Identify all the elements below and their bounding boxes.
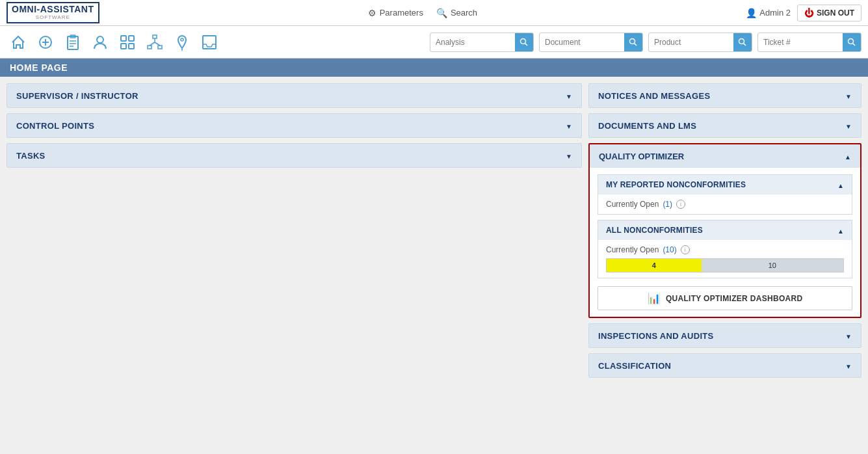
my-nonconformities-title: MY REPORTED NONCONFORMITIES (606, 180, 746, 189)
analysis-search-input[interactable] (430, 38, 515, 47)
documents-lms-panel: DOCUMENTS AND LMS (588, 113, 861, 138)
all-nonconformities-header[interactable]: ALL NONCONFORMITIES (598, 220, 852, 240)
progress-rest: 10 (702, 259, 843, 272)
svg-line-17 (150, 42, 155, 46)
clipboard-nav-button[interactable] (61, 31, 85, 54)
document-search-button[interactable] (624, 33, 642, 52)
my-nonconformities-header[interactable]: MY REPORTED NONCONFORMITIES (598, 175, 852, 194)
svg-point-28 (848, 38, 854, 44)
documents-lms-panel-header[interactable]: DOCUMENTS AND LMS (589, 114, 861, 137)
right-column: NOTICES AND MESSAGES DOCUMENTS AND LMS Q… (588, 83, 861, 445)
calendar-nav-button[interactable] (116, 31, 139, 54)
svg-rect-11 (121, 44, 126, 49)
my-open-info-icon[interactable]: i (676, 200, 685, 209)
main-content: SUPERVISOR / INSTRUCTOR CONTROL POINTS T… (0, 77, 868, 451)
search-link[interactable]: 🔍 Search (436, 8, 477, 18)
all-nonconformities-open: Currently Open (10) i (606, 245, 844, 254)
notices-panel: NOTICES AND MESSAGES (588, 83, 861, 108)
admin-label: Admin 2 (759, 8, 791, 18)
svg-line-23 (525, 43, 528, 46)
dashboard-chart-icon: 📊 (648, 292, 661, 304)
classification-panel-title: CLASSIFICATION (598, 361, 671, 371)
progress-total: 10 (769, 261, 776, 269)
document-search-input[interactable] (540, 38, 624, 47)
svg-rect-12 (129, 44, 134, 49)
gear-icon: ⚙ (368, 8, 376, 18)
product-search-wrap (648, 33, 752, 52)
all-open-info-icon[interactable]: i (681, 245, 690, 254)
notices-panel-title: NOTICES AND MESSAGES (598, 91, 710, 101)
control-points-panel: CONTROL POINTS (7, 113, 582, 138)
my-nonconformities-open: Currently Open (1) i (606, 200, 844, 209)
all-nonconformities-title: ALL NONCONFORMITIES (606, 226, 703, 235)
top-bar: OMNI-ASSISTANT SOFTWARE ⚙ Parameters 🔍 S… (0, 0, 868, 26)
analysis-search-button[interactable] (515, 33, 533, 52)
svg-line-18 (155, 42, 160, 46)
add-nav-button[interactable] (34, 31, 57, 54)
svg-rect-13 (153, 35, 157, 38)
tasks-chevron-icon (566, 150, 572, 161)
notices-chevron-icon (845, 90, 852, 101)
product-search-button[interactable] (733, 33, 752, 52)
logo-main: OMNI-ASSISTANT (12, 5, 94, 14)
control-points-panel-header[interactable]: CONTROL POINTS (7, 114, 581, 137)
inspections-panel-header[interactable]: INSPECTIONS AND AUDITS (589, 324, 861, 347)
quality-optimizer-body: MY REPORTED NONCONFORMITIES Currently Op… (590, 168, 860, 317)
svg-line-29 (853, 43, 856, 46)
person-nav-button[interactable] (88, 31, 112, 54)
my-open-count: (1) (663, 200, 672, 209)
ticket-search-wrap (757, 33, 861, 52)
all-open-count: (10) (663, 245, 676, 254)
ticket-search-input[interactable] (758, 38, 843, 47)
all-nonconformities-chevron-icon (837, 225, 844, 235)
all-open-label: Currently Open (606, 245, 659, 254)
parameters-link[interactable]: ⚙ Parameters (368, 8, 423, 18)
inbox-nav-button[interactable] (198, 31, 221, 54)
page-title: HOME PAGE (0, 59, 868, 77)
inspections-panel: INSPECTIONS AND AUDITS (588, 323, 861, 348)
svg-rect-9 (121, 36, 126, 41)
user-icon: 👤 (746, 8, 757, 18)
quality-optimizer-dashboard-button[interactable]: 📊 QUALITY OPTIMIZER DASHBOARD (598, 286, 852, 310)
logo: OMNI-ASSISTANT SOFTWARE (7, 2, 99, 23)
sign-out-button[interactable]: ⏻ SIGN OUT (797, 5, 861, 21)
ticket-search-button[interactable] (843, 33, 861, 52)
inspections-chevron-icon (845, 330, 852, 341)
quality-optimizer-panel: QUALITY OPTIMIZER MY REPORTED NONCONFORM… (588, 143, 861, 318)
svg-point-26 (739, 38, 744, 44)
supervisor-panel: SUPERVISOR / INSTRUCTOR (7, 83, 582, 108)
my-nonconformities-panel: MY REPORTED NONCONFORMITIES Currently Op… (598, 174, 852, 215)
notices-panel-header[interactable]: NOTICES AND MESSAGES (589, 84, 861, 107)
nav-bar (0, 26, 868, 59)
search-label: Search (451, 8, 477, 18)
analysis-search-wrap (430, 33, 534, 52)
supervisor-panel-title: SUPERVISOR / INSTRUCTOR (16, 91, 138, 101)
control-points-panel-title: CONTROL POINTS (16, 121, 94, 131)
tasks-panel: TASKS (7, 143, 582, 168)
quality-optimizer-header[interactable]: QUALITY OPTIMIZER (590, 144, 860, 168)
control-points-chevron-icon (566, 120, 572, 131)
left-column: SUPERVISOR / INSTRUCTOR CONTROL POINTS T… (7, 83, 582, 445)
my-open-label: Currently Open (606, 200, 659, 209)
home-nav-button[interactable] (7, 31, 30, 54)
progress-value: 4 (652, 261, 656, 269)
supervisor-panel-header[interactable]: SUPERVISOR / INSTRUCTOR (7, 84, 581, 107)
all-nonconformities-body: Currently Open (10) i 4 10 (598, 240, 852, 278)
tasks-panel-header[interactable]: TASKS (7, 144, 581, 167)
parameters-label: Parameters (380, 8, 423, 18)
svg-rect-10 (129, 36, 134, 41)
admin-info: 👤 Admin 2 (746, 8, 791, 18)
search-group (430, 33, 861, 52)
svg-point-24 (630, 38, 635, 44)
all-nonconformities-progress-bar: 4 10 (606, 258, 844, 273)
classification-panel: CLASSIFICATION (588, 353, 861, 378)
top-center-links: ⚙ Parameters 🔍 Search (368, 8, 477, 18)
classification-panel-header[interactable]: CLASSIFICATION (589, 354, 861, 377)
network-nav-button[interactable] (143, 31, 166, 54)
search-icon: 🔍 (436, 8, 447, 18)
svg-line-25 (635, 43, 637, 46)
product-search-input[interactable] (649, 38, 733, 47)
documents-lms-chevron-icon (845, 120, 852, 131)
logo-sub: SOFTWARE (12, 15, 94, 21)
location-nav-button[interactable] (170, 31, 194, 54)
